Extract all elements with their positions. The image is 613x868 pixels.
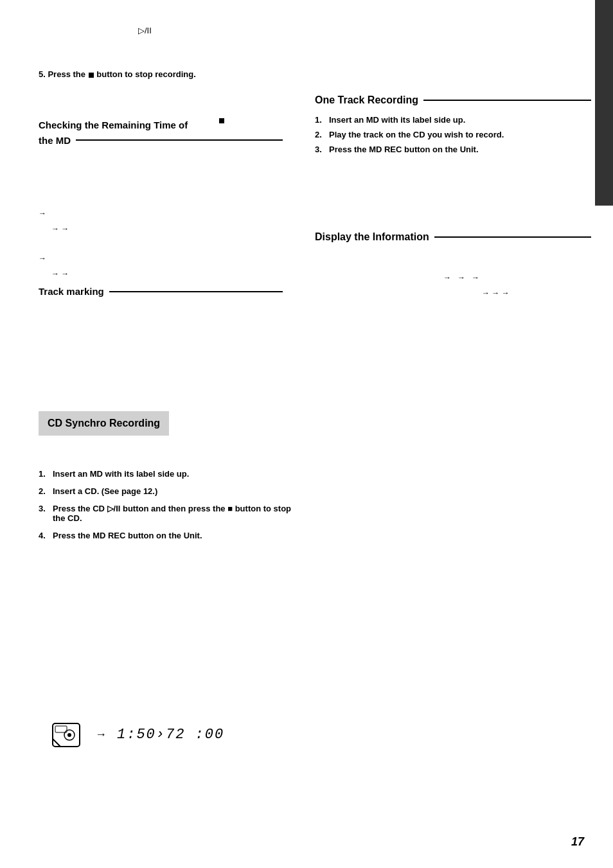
svg-line-1 [53, 739, 60, 747]
track-marking-line [109, 291, 283, 292]
stop-icon [89, 73, 94, 78]
section-cd-synchro: CD Synchro Recording [39, 411, 283, 436]
one-track-step-1: 1. Insert an MD with its label side up. [315, 115, 591, 125]
one-track-title: One Track Recording [315, 94, 418, 106]
display-readout: 1:50›72 :00 [117, 727, 224, 743]
cd-synchro-steps: 1. Insert an MD with its label side up. … [39, 469, 296, 548]
arrow-row-4: → → [51, 266, 69, 281]
section-checking-remaining: Checking the Remaining Time of the MD [39, 119, 283, 149]
arrow-row-2: → → [51, 221, 69, 236]
cd-synchro-step-4: 4. Press the MD REC button on the Unit. [39, 531, 296, 540]
arrow-flow-left-bottom: → → → [39, 251, 69, 281]
md-disc-icon [51, 720, 85, 749]
step5-instruction: 5. Press the button to stop recording. [39, 69, 196, 79]
one-track-header: One Track Recording [315, 94, 591, 106]
arrow-row-3: → [39, 251, 69, 266]
cd-synchro-step-2: 2. Insert a CD. (See page 12.) [39, 486, 296, 496]
arrow-right-row-2: → → → [482, 285, 510, 301]
arrow-row-1: → [39, 206, 69, 221]
cd-synchro-box: CD Synchro Recording [39, 411, 169, 436]
arrow-right-row-1: → → → [443, 270, 510, 285]
arrow-flow-right: → → → → → → [315, 270, 510, 301]
play-pause-symbol: ▷/II [138, 26, 152, 35]
section-display-information: Display the Information [315, 231, 591, 243]
display-diagram: → 1:50›72 :00 [51, 720, 224, 749]
display-title-line [434, 236, 591, 238]
page-number: 17 [571, 835, 584, 849]
one-track-step-2: 2. Play the track on the CD you wish to … [315, 130, 591, 139]
one-track-line [423, 100, 591, 101]
cd-synchro-step-3: 3. Press the CD ▷/II button and then pre… [39, 504, 296, 523]
display-header: Display the Information [315, 231, 591, 243]
one-track-step-3: 3. Press the MD REC button on the Unit. [315, 145, 591, 154]
svg-point-3 [67, 733, 71, 737]
diagram-arrow: → [95, 728, 107, 741]
section-one-track-recording: One Track Recording 1. Insert an MD with… [315, 94, 591, 159]
display-title: Display the Information [315, 231, 429, 243]
cd-synchro-title: CD Synchro Recording [48, 418, 160, 429]
cd-synchro-step-1: 1. Insert an MD with its label side up. [39, 469, 296, 479]
track-marking-title: Track marking [39, 286, 104, 297]
arrow-flow-left-top: → → → [39, 206, 69, 236]
one-track-steps-list: 1. Insert an MD with its label side up. … [315, 115, 591, 154]
section-track-marking: Track marking [39, 286, 283, 297]
track-marking-header: Track marking [39, 286, 283, 297]
side-tab [595, 0, 613, 206]
checking-title-line [76, 139, 283, 141]
cd-synchro-list: 1. Insert an MD with its label side up. … [39, 469, 296, 540]
checking-title: Checking the Remaining Time of the MD [39, 119, 283, 146]
